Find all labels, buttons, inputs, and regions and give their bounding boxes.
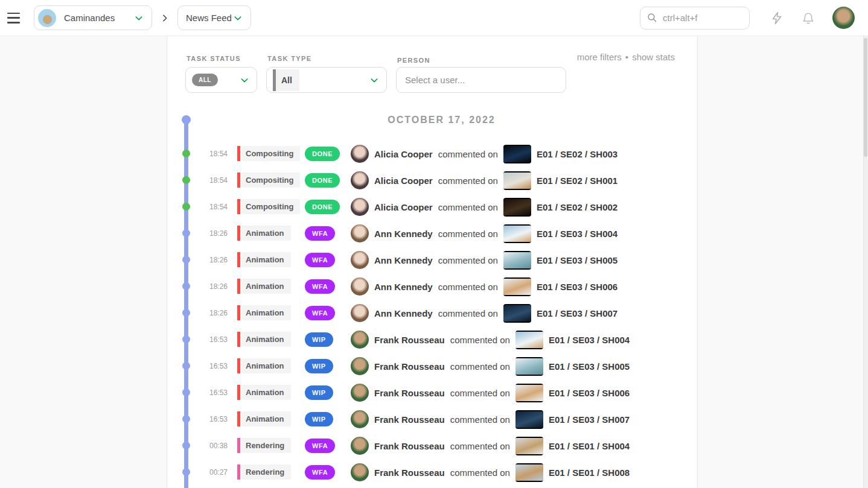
shot-link[interactable]: E01 / SE02 / SH002 xyxy=(537,202,617,212)
status-badge: WFA xyxy=(305,279,335,294)
page-select[interactable]: News Feed xyxy=(177,5,251,30)
shot-thumbnail-img xyxy=(515,438,543,454)
shot-thumbnail[interactable] xyxy=(503,304,531,323)
task-type-pill: Animation xyxy=(237,279,291,294)
shot-thumbnail[interactable] xyxy=(503,198,531,217)
shot-thumbnail[interactable] xyxy=(503,224,531,243)
action-text: commented on xyxy=(438,149,498,159)
person-avatar xyxy=(351,410,369,428)
shot-link[interactable]: E01 / SE03 / SH004 xyxy=(537,229,617,239)
show-stats-link[interactable]: show stats xyxy=(632,52,675,62)
entry-time: 00:38 xyxy=(199,433,228,459)
shot-link[interactable]: E01 / SE01 / SH004 xyxy=(549,441,630,451)
task-type-pill: Rendering xyxy=(237,464,291,480)
feed-row: 18:54 Compositing DONE Alicia Cooper com… xyxy=(199,194,685,220)
feed-row: 18:54 Compositing DONE Alicia Cooper com… xyxy=(199,167,685,194)
task-status-filter[interactable]: ALL xyxy=(185,67,257,93)
global-search[interactable] xyxy=(640,7,750,30)
person-filter xyxy=(396,67,566,93)
shot-link[interactable]: E01 / SE03 / SH007 xyxy=(549,414,630,425)
shot-link[interactable]: E01 / SE03 / SH005 xyxy=(537,255,617,265)
timesheet-flash-icon[interactable] xyxy=(770,11,784,25)
person-filter-input[interactable] xyxy=(398,68,564,92)
shot-link[interactable]: E01 / SE03 / SH005 xyxy=(549,361,630,372)
person-name: Ann Kennedy xyxy=(374,308,433,318)
task-type-label: Compositing xyxy=(240,146,300,161)
shot-thumbnail[interactable] xyxy=(515,357,543,376)
person-avatar xyxy=(351,171,369,189)
production-name: Caminandes xyxy=(64,13,115,23)
task-type-pill: Animation xyxy=(237,332,291,347)
action-text: commented on xyxy=(438,202,498,212)
person-avatar xyxy=(351,463,369,481)
more-filters-link[interactable]: more filters xyxy=(577,52,622,62)
shot-link[interactable]: E01 / SE03 / SH006 xyxy=(537,282,617,292)
shot-thumbnail[interactable] xyxy=(515,384,543,402)
notifications-bell-icon[interactable] xyxy=(802,11,815,25)
task-type-filter-value-wrap: All xyxy=(273,69,299,91)
entry-time: 16:53 xyxy=(199,406,228,433)
task-type-filter-value: All xyxy=(276,69,299,91)
entry-content: Frank Rousseau commented on E01 / SE01 /… xyxy=(351,433,630,459)
shot-thumbnail-img xyxy=(515,385,543,401)
feed-row: 18:26 Animation WFA Ann Kennedy commente… xyxy=(199,273,685,300)
entry-content: Frank Rousseau commented on E01 / SE01 /… xyxy=(351,459,630,486)
shot-thumbnail[interactable] xyxy=(503,171,531,190)
task-type-label: Animation xyxy=(240,226,291,241)
search-input[interactable] xyxy=(663,13,735,23)
person-avatar xyxy=(351,331,369,349)
shot-link[interactable]: E01 / SE01 / SH008 xyxy=(549,467,630,478)
entry-time: 18:54 xyxy=(199,194,228,220)
task-type-label: Animation xyxy=(240,332,291,347)
chevron-down-icon xyxy=(369,75,379,85)
links-bullet: • xyxy=(625,52,628,62)
shot-thumbnail[interactable] xyxy=(503,251,531,270)
person-name: Alicia Cooper xyxy=(374,149,433,159)
shot-thumbnail[interactable] xyxy=(503,145,531,163)
timeline-line xyxy=(184,120,188,488)
feed-row: 16:53 Animation WIP Frank Rousseau comme… xyxy=(199,406,685,433)
entry-content: Ann Kennedy commented on E01 / SE03 / SH… xyxy=(351,247,617,273)
person-avatar xyxy=(351,224,369,242)
task-type-label: Compositing xyxy=(240,199,300,214)
shot-thumbnail[interactable] xyxy=(515,437,543,455)
shot-link[interactable]: E01 / SE03 / SH004 xyxy=(549,335,630,345)
user-avatar[interactable] xyxy=(832,7,855,29)
chevron-down-icon xyxy=(240,75,249,85)
shot-thumbnail[interactable] xyxy=(515,410,543,429)
news-feed-panel: TASK STATUS ALL TASK TYPE All PERSON mor… xyxy=(167,36,698,488)
timeline-dot xyxy=(182,150,190,157)
shot-link[interactable]: E01 / SE02 / SH001 xyxy=(537,176,617,186)
task-type-pill: Animation xyxy=(237,358,291,373)
shot-thumbnail[interactable] xyxy=(515,463,543,482)
shot-thumbnail[interactable] xyxy=(503,277,531,296)
shot-link[interactable]: E01 / SE02 / SH003 xyxy=(537,149,617,159)
person-avatar xyxy=(351,304,369,322)
entry-time: 18:26 xyxy=(199,220,228,247)
person-name: Frank Rousseau xyxy=(374,467,445,478)
menu-icon[interactable] xyxy=(7,13,22,24)
entry-time: 00:27 xyxy=(199,459,228,486)
shot-link[interactable]: E01 / SE03 / SH007 xyxy=(537,308,617,318)
task-type-pill: Animation xyxy=(237,252,291,267)
action-text: commented on xyxy=(438,308,498,318)
entry-content: Frank Rousseau commented on E01 / SE03 /… xyxy=(351,353,630,379)
shot-thumbnail-img xyxy=(503,173,531,189)
status-badge: WFA xyxy=(305,226,335,241)
timeline-dot xyxy=(182,203,190,211)
task-type-filter[interactable]: All xyxy=(266,67,387,93)
person-name: Ann Kennedy xyxy=(374,229,433,239)
shot-thumbnail-img xyxy=(503,279,531,295)
page-select-value: News Feed xyxy=(186,13,232,23)
timeline-dot xyxy=(182,468,190,476)
shot-link[interactable]: E01 / SE03 / SH006 xyxy=(549,388,630,398)
action-text: commented on xyxy=(450,388,510,398)
action-text: commented on xyxy=(450,335,510,345)
production-select[interactable]: Caminandes xyxy=(34,5,152,30)
person-avatar xyxy=(351,384,369,402)
task-type-pill: Animation xyxy=(237,305,291,320)
date-header: OCTOBER 17, 2022 xyxy=(199,115,685,125)
task-type-label: Animation xyxy=(240,385,291,400)
scrollbar-thumb[interactable] xyxy=(864,38,867,157)
shot-thumbnail[interactable] xyxy=(515,331,543,349)
